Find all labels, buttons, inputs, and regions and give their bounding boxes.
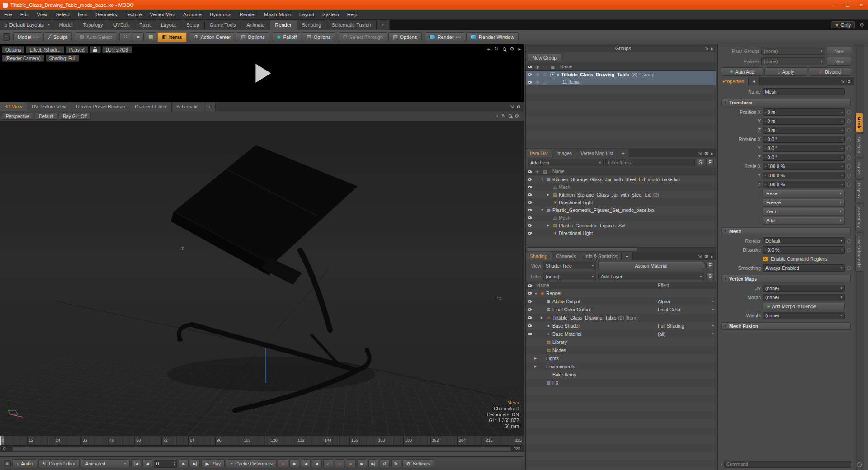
menu-item[interactable]: View (33, 10, 52, 19)
favorites-only-button[interactable]: ★ Only (831, 21, 855, 28)
item-row[interactable]: Directional Light (526, 229, 716, 237)
keyframe-dot-icon[interactable] (847, 155, 851, 160)
panel-tab[interactable]: Shading (526, 252, 552, 260)
expand-arrow-icon[interactable]: ▼ (541, 178, 546, 181)
menu-item[interactable]: File (0, 10, 16, 19)
expand-panel-icon[interactable]: ⇲ (510, 104, 514, 109)
zoom-icon[interactable] (509, 113, 512, 118)
gear-icon[interactable]: ⚙ (510, 46, 514, 52)
tab-properties[interactable]: Properties (718, 77, 749, 85)
add-layer-select[interactable]: Add Layer▾ (598, 273, 704, 280)
menu-item[interactable]: Select (52, 10, 74, 19)
apply-button[interactable]: ↓Apply (764, 67, 807, 76)
pan-icon[interactable]: + (487, 47, 490, 52)
layout-tab[interactable]: Schematic Fusion (326, 20, 376, 30)
auto-select-button[interactable]: ▦Auto Select (75, 32, 117, 42)
visibility-eye-icon[interactable] (526, 365, 533, 368)
new-pass-group-button[interactable]: New (827, 47, 851, 55)
anim-settings-button[interactable]: ⚙Settings (402, 459, 434, 468)
loop-forward-button[interactable]: ↻ (391, 459, 401, 468)
audio-button[interactable]: ♪Audio (12, 459, 37, 468)
visibility-eye-icon[interactable] (526, 209, 533, 212)
viewport-tab[interactable]: Schematic (172, 102, 203, 111)
panel-tab[interactable]: Channels (552, 252, 580, 260)
key-toggle-button[interactable]: ◉ (289, 459, 299, 468)
spinner-icon[interactable]: ▲▼ (173, 461, 177, 466)
expand-panel-icon[interactable]: ⇲ (698, 254, 702, 259)
visibility-eye-icon[interactable] (526, 292, 533, 295)
model-mode-button[interactable]: ModelF2 (13, 32, 42, 42)
filter-mode-button[interactable]: F (706, 159, 714, 166)
vertices-mode-button[interactable]: ∷ (119, 32, 131, 42)
keyframe-dot-icon[interactable] (847, 248, 851, 252)
auto-add-button[interactable]: ⊕Auto Add (721, 67, 763, 76)
go-to-end-button[interactable]: ▶| (190, 459, 200, 468)
effect-cell[interactable]: Full Shading▾ (658, 323, 716, 329)
viewport-tab[interactable]: Gradient Editor (130, 102, 172, 111)
shader-row[interactable]: ▶ Environments ▾ (526, 362, 716, 371)
orbit-icon[interactable]: ↻ (502, 113, 505, 118)
falloff-button[interactable]: ◉Falloff (273, 32, 302, 42)
smoothing-select[interactable]: Always Enabled▾ (763, 264, 845, 272)
menu-item[interactable]: Edit (16, 10, 33, 19)
side-tab[interactable]: Curve (855, 159, 863, 179)
command-input[interactable] (724, 461, 851, 468)
expand-arrow-icon[interactable]: ▼ (541, 208, 546, 212)
expand-arrow-icon[interactable]: ▼ (534, 292, 539, 295)
transform-action-button[interactable]: Reset▾ (763, 190, 845, 197)
play-overlay-icon[interactable] (255, 64, 271, 83)
menu-item[interactable]: System (318, 10, 343, 19)
filter-items-input[interactable] (605, 159, 695, 166)
shader-row[interactable]: Nodes ▾ (526, 346, 716, 354)
expand-plus-icon[interactable]: + (550, 72, 555, 77)
keyframe-dot-icon[interactable] (847, 239, 851, 243)
layout-tab[interactable]: Topology (78, 20, 108, 30)
preview-effect-button[interactable]: Effect: (Shadi... (26, 46, 64, 53)
shader-row[interactable]: ▼ Render ▾ (526, 289, 716, 297)
minimize-button[interactable]: – (827, 0, 841, 10)
weight-select[interactable]: (none)▾ (763, 312, 845, 319)
panel-tab[interactable]: Images (552, 149, 576, 157)
transform-section-header[interactable]: ▼ Transform (721, 99, 851, 106)
projection-select[interactable]: Perspective (2, 113, 33, 120)
vertex-maps-section-header[interactable]: ▼ Vertex Maps (721, 275, 851, 282)
layout-tab[interactable]: Scripting (297, 20, 327, 30)
panel-tab[interactable]: + (618, 149, 629, 157)
viewport-tab[interactable]: 3D View (0, 102, 27, 111)
keyframe-dot-icon[interactable] (847, 164, 851, 169)
orbit-icon[interactable]: ↻ (494, 46, 498, 52)
expand-panel-icon[interactable]: ⇲ (705, 46, 708, 51)
gear-icon[interactable]: ⚙ (704, 254, 708, 259)
visibility-eye-icon[interactable] (526, 324, 533, 327)
help-circle-icon[interactable] (857, 462, 862, 467)
preview-lock-button[interactable] (90, 46, 101, 53)
keyframe-dot-icon[interactable] (847, 110, 851, 114)
gear-icon[interactable]: ⚙ (517, 104, 521, 109)
horizontal-scrollbar[interactable] (526, 247, 716, 251)
item-row[interactable]: ▶ Plastic_Geometric_Figures_Set (526, 221, 716, 229)
gear-icon[interactable]: ⚙ (704, 151, 708, 156)
action-center-options-button[interactable]: ▤Options (236, 32, 269, 42)
expand-arrow-icon[interactable]: ▶ (534, 357, 539, 360)
shader-row[interactable]: Alpha Output Alpha▾ (526, 297, 716, 306)
render-window-button[interactable]: Render Window (466, 32, 519, 42)
pan-icon[interactable]: + (496, 113, 499, 118)
panel-menu-icon[interactable]: ▸ (711, 151, 713, 156)
mesh-section-header[interactable]: ▼ Mesh (721, 227, 851, 235)
shader-row[interactable]: Final Color Output Final Color▾ (526, 306, 716, 314)
visibility-eye-icon[interactable] (526, 381, 533, 384)
s-button[interactable]: S (706, 273, 714, 280)
panel-tab[interactable]: Vertex Map List (576, 149, 618, 157)
layout-tab[interactable]: Render (270, 20, 297, 30)
preview-camera-button[interactable]: (Render Camera) (2, 55, 44, 62)
layout-tab[interactable]: Game Tools (205, 20, 242, 30)
item-row[interactable]: ▶ Kitchen_Storage_Glass_Jar_with_Steel_L… (526, 191, 716, 198)
f-button[interactable]: F (706, 262, 714, 269)
add-item-select[interactable]: Add Item▾ (528, 159, 604, 166)
render-button[interactable]: RenderF9 (425, 32, 466, 42)
item-row[interactable]: Mesh (526, 214, 716, 221)
layout-tab[interactable]: Layout (156, 20, 181, 30)
value-field[interactable]: ◂0 m▸ (763, 108, 845, 116)
render-select[interactable]: Default▾ (763, 237, 845, 244)
viewport-tab[interactable]: Render Preset Browser (71, 102, 130, 111)
